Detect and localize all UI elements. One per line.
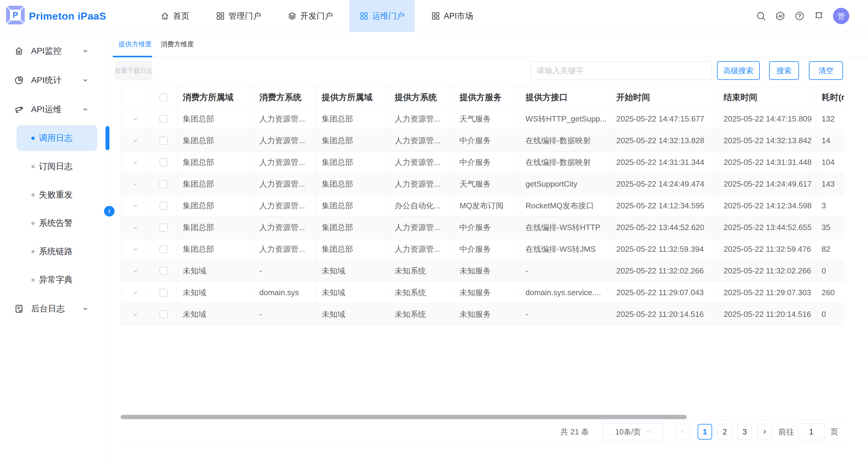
chevron-left-icon: [106, 208, 113, 214]
active-indicator-bar: [105, 126, 110, 150]
expand-cell: [121, 239, 150, 260]
table-cell: 办公自动化...: [389, 195, 454, 216]
prev-page-button[interactable]: [675, 424, 690, 439]
expand-row-icon[interactable]: [132, 268, 139, 274]
row-checkbox[interactable]: [159, 136, 167, 145]
table-cell: domain.sys: [254, 282, 316, 303]
ai-assistant-icon[interactable]: [775, 11, 785, 21]
sidebar-subitem[interactable]: 失败重发: [0, 181, 109, 209]
notification-bell-icon[interactable]: [814, 11, 824, 21]
table-cell: 260: [816, 282, 844, 303]
sidebar-subitem[interactable]: 系统链路: [0, 237, 109, 266]
batch-download-button[interactable]: 批量下载日志: [116, 61, 152, 80]
page-number-2[interactable]: 2: [718, 424, 732, 439]
table-cell: 集团总部: [316, 217, 389, 238]
keyword-search-input[interactable]: [530, 61, 712, 80]
expand-row-icon[interactable]: [132, 203, 139, 209]
sidebar-item[interactable]: 后台日志: [0, 294, 109, 323]
table-cell: getSupportCity: [520, 173, 611, 195]
top-navbar: P Primeton iPaaS 首页 管理门户 开发门户 运维门户 API市场…: [0, 0, 868, 32]
page-number-3[interactable]: 3: [738, 424, 752, 439]
grid-icon: [431, 11, 440, 21]
table-cell: 2025-05-22 11:20:14.516: [611, 304, 718, 325]
layers-icon: [288, 11, 297, 21]
sidebar-item-label: API统计: [31, 74, 62, 86]
sidebar-item[interactable]: API监控: [0, 36, 109, 65]
help-icon[interactable]: [795, 11, 805, 21]
row-checkbox[interactable]: [159, 158, 167, 166]
row-checkbox[interactable]: [159, 202, 167, 210]
sidebar-item[interactable]: API统计: [0, 65, 109, 95]
table-cell: 14: [816, 130, 844, 151]
nav-item[interactable]: 首页: [160, 0, 189, 32]
checkbox-cell: [150, 130, 177, 151]
bullet-dot-icon: [31, 165, 35, 168]
advanced-search-button[interactable]: 高级搜索: [717, 61, 760, 80]
sidebar-subitem-pill: 系统告警: [17, 210, 97, 236]
row-checkbox[interactable]: [159, 310, 167, 318]
clear-button[interactable]: 清空: [809, 61, 843, 80]
horizontal-scrollbar-thumb[interactable]: [121, 415, 687, 419]
table-cell: 未知域: [177, 260, 254, 282]
goto-unit: 页: [830, 427, 838, 437]
nav-item[interactable]: 开发门户: [288, 0, 333, 32]
sidebar-subitem[interactable]: 订阅日志: [0, 152, 109, 181]
sidebar-subitem[interactable]: 异常字典: [0, 266, 109, 294]
table-cell: 未知系统: [389, 304, 454, 325]
table-row: 集团总部人力资源管...集团总部人力资源管...天气服务WS转HTTP_getS…: [121, 108, 844, 130]
horizontal-scrollbar: [121, 415, 844, 419]
camera-icon: [14, 104, 24, 114]
page-size-select[interactable]: 10条/页: [603, 423, 663, 440]
sidebar-menu: API监控 API统计 API运维 调用日志 订阅日志 失败重发 系统告警: [0, 36, 109, 323]
sidebar-item-label: 后台日志: [31, 303, 65, 314]
expand-row-icon[interactable]: [132, 181, 139, 188]
chevron-down-icon: [646, 429, 651, 434]
tab[interactable]: 消费方维度: [161, 32, 194, 57]
expand-cell: [121, 152, 150, 173]
row-checkbox[interactable]: [159, 115, 167, 123]
table-cell: 2025-05-22 11:32:59.394: [611, 239, 718, 260]
sidebar-subitem[interactable]: 系统告警: [0, 209, 109, 237]
table-cell: 未知域: [316, 304, 389, 325]
expand-row-icon[interactable]: [132, 116, 139, 122]
table-cell: 2025-05-22 11:32:02.266: [718, 260, 816, 282]
table-cell: 104: [816, 152, 844, 173]
tab[interactable]: 提供方维度: [119, 32, 152, 57]
chevron-down-icon: [82, 305, 89, 312]
sidebar-subitem[interactable]: 调用日志: [0, 124, 109, 152]
table-row: 未知域-未知域未知系统未知服务-2025-05-22 11:32:02.2662…: [121, 260, 844, 282]
expand-row-icon[interactable]: [132, 137, 139, 144]
table-cell: -: [520, 304, 611, 325]
select-all-checkbox[interactable]: [159, 93, 167, 102]
expand-row-icon[interactable]: [132, 159, 139, 166]
table-cell: 132: [816, 108, 844, 130]
nav-item-label: 管理门户: [228, 10, 261, 22]
table-cell: domain.sys.service....: [520, 282, 611, 303]
table-cell: 集团总部: [177, 152, 254, 173]
avatar[interactable]: 管: [833, 8, 849, 24]
sidebar-collapse-button[interactable]: [104, 206, 115, 216]
row-checkbox[interactable]: [159, 288, 167, 297]
row-checkbox[interactable]: [159, 180, 167, 188]
expand-row-icon[interactable]: [132, 246, 139, 253]
goto-page-input[interactable]: [798, 423, 825, 440]
nav-item[interactable]: API市场: [431, 0, 473, 32]
column-header: 提供方所属域: [316, 87, 389, 108]
expand-row-icon[interactable]: [132, 224, 139, 231]
table-cell: 集团总部: [316, 173, 389, 195]
row-checkbox[interactable]: [159, 223, 167, 232]
expand-row-icon[interactable]: [132, 289, 139, 296]
nav-item-label: 首页: [173, 10, 189, 22]
row-checkbox[interactable]: [159, 267, 167, 275]
grid-icon: [360, 11, 368, 21]
row-checkbox[interactable]: [159, 245, 167, 253]
sidebar-item[interactable]: API运维: [0, 95, 109, 124]
next-page-button[interactable]: [757, 424, 772, 439]
search-button[interactable]: 搜索: [769, 61, 799, 80]
nav-item[interactable]: 管理门户: [216, 0, 261, 32]
page-number-1[interactable]: 1: [698, 424, 712, 439]
table-cell: 天气服务: [454, 108, 520, 130]
expand-row-icon[interactable]: [132, 311, 139, 318]
search-icon[interactable]: [756, 11, 766, 21]
nav-item[interactable]: 运维门户: [349, 0, 415, 32]
